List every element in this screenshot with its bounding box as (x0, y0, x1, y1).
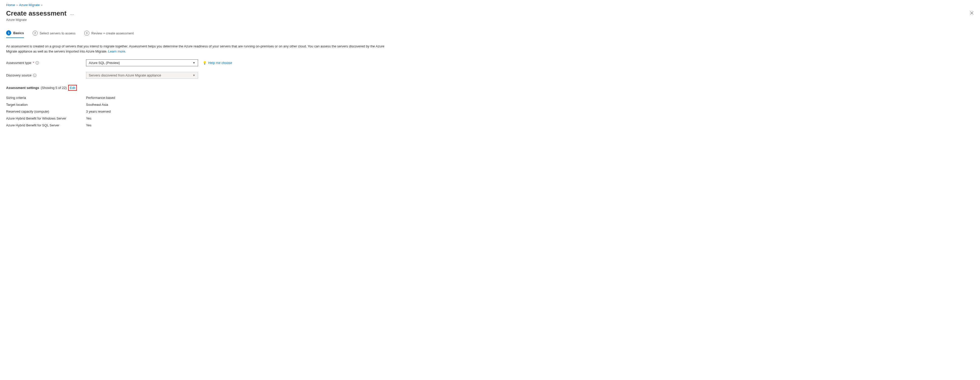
assessment-type-select[interactable]: Azure SQL (Preview) ▼ (86, 59, 198, 66)
chevron-right-icon: › (41, 3, 42, 7)
tab-basics[interactable]: 1 Basics (6, 30, 24, 38)
learn-more-link[interactable]: Learn more. (108, 49, 126, 53)
discovery-source-label: Discovery source (6, 73, 32, 77)
page-title: Create assessment (6, 10, 67, 18)
chevron-down-icon: ▼ (193, 61, 195, 64)
setting-key: Reserved capacity (compute) (6, 110, 86, 113)
breadcrumb-azure-migrate[interactable]: Azure Migrate (19, 3, 40, 7)
assessment-type-row: Assessment type * i Azure SQL (Preview) … (6, 59, 974, 66)
assessment-settings-list: Sizing criteria Performance-based Target… (6, 94, 974, 129)
page-subtitle: Azure Migrate (6, 18, 974, 22)
discovery-source-value: Servers discovered from Azure Migrate ap… (89, 73, 161, 77)
step-number-2: 2 (33, 30, 38, 36)
tab-review[interactable]: 3 Review + create assessment (84, 30, 134, 38)
more-actions-icon[interactable]: … (70, 11, 74, 16)
settings-row: Azure Hybrid Benefit for SQL Server Yes (6, 122, 974, 129)
edit-settings-link[interactable]: Edit (70, 86, 75, 90)
setting-value: Southeast Asia (86, 103, 108, 107)
step-number-1: 1 (6, 30, 11, 35)
description-text: An assessment is created on a group of s… (6, 44, 393, 54)
discovery-source-select: Servers discovered from Azure Migrate ap… (86, 72, 198, 79)
required-asterisk: * (33, 61, 34, 65)
info-icon[interactable]: i (33, 73, 37, 77)
edit-highlight-box: Edit (68, 85, 77, 91)
tab-select-servers-label: Select servers to assess (40, 31, 76, 35)
setting-key: Azure Hybrid Benefit for SQL Server (6, 123, 86, 127)
settings-row: Azure Hybrid Benefit for Windows Server … (6, 115, 974, 122)
assessment-type-value: Azure SQL (Preview) (89, 61, 120, 65)
tab-basics-label: Basics (13, 31, 24, 35)
step-number-3: 3 (84, 30, 89, 36)
lightbulb-icon: 💡 (203, 61, 207, 65)
assessment-settings-heading: Assessment settings (Showing 5 of 22) Ed… (6, 85, 974, 91)
chevron-right-icon: › (16, 3, 18, 7)
discovery-source-row: Discovery source i Servers discovered fr… (6, 72, 974, 79)
info-icon[interactable]: i (36, 61, 39, 64)
setting-value: Yes (86, 117, 91, 120)
setting-key: Sizing criteria (6, 96, 86, 100)
assessment-type-label: Assessment type (6, 61, 31, 65)
tab-select-servers[interactable]: 2 Select servers to assess (33, 30, 76, 38)
chevron-down-icon: ▼ (193, 74, 195, 77)
page-header: Create assessment … (6, 10, 974, 18)
setting-key: Target location (6, 103, 86, 107)
settings-row: Target location Southeast Asia (6, 101, 974, 108)
settings-row: Reserved capacity (compute) 3 years rese… (6, 108, 974, 115)
description-body: An assessment is created on a group of s… (6, 44, 384, 53)
breadcrumb-home[interactable]: Home (6, 3, 15, 7)
help-me-choose[interactable]: 💡 Help me choose (203, 61, 232, 65)
assessment-settings-label: Assessment settings (6, 86, 39, 90)
wizard-tabs: 1 Basics 2 Select servers to assess 3 Re… (6, 30, 974, 38)
setting-value: Performance-based (86, 96, 115, 100)
close-icon (970, 11, 974, 15)
setting-key: Azure Hybrid Benefit for Windows Server (6, 117, 86, 120)
setting-value: 3 years reserved (86, 110, 111, 113)
help-me-choose-link[interactable]: Help me choose (208, 61, 232, 65)
assessment-settings-count: (Showing 5 of 22) (41, 86, 67, 90)
settings-row: Sizing criteria Performance-based (6, 94, 974, 101)
setting-value: Yes (86, 123, 91, 127)
tab-review-label: Review + create assessment (91, 31, 134, 35)
close-button[interactable] (970, 11, 974, 16)
breadcrumb: Home › Azure Migrate › (6, 3, 974, 7)
